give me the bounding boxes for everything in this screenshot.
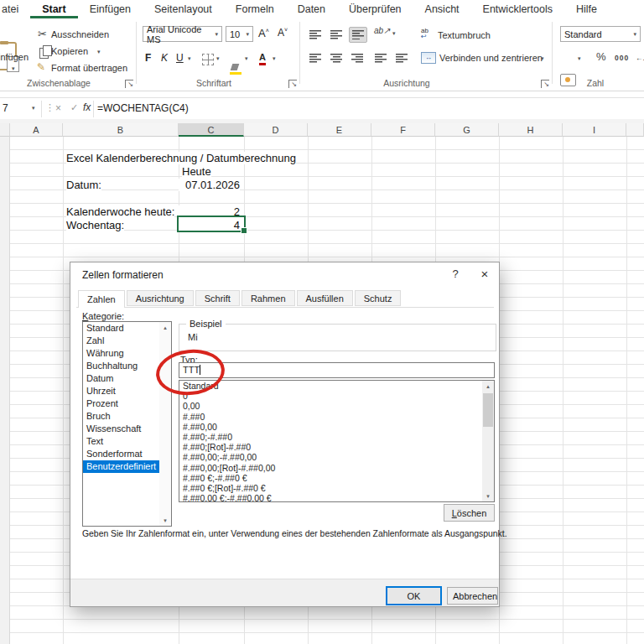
formula-cancel-icon[interactable]: × (55, 102, 61, 114)
formula-enter-icon[interactable]: ✓ (70, 102, 78, 113)
wrap-text-icon[interactable]: ab ↩ (421, 28, 434, 39)
type-input[interactable]: TTT (179, 362, 495, 378)
dialog-tab-schutz[interactable]: Schutz (355, 290, 402, 306)
font-color-chevron-icon[interactable]: ▾ (273, 55, 276, 62)
tab-formeln[interactable]: Formeln (224, 0, 286, 18)
cancel-button[interactable]: Abbrechen (447, 587, 498, 605)
tab-ueberpruefen[interactable]: Überprüfen (337, 0, 413, 18)
align-top-button[interactable] (307, 28, 324, 41)
merge-center-button[interactable]: Verbinden und zentrieren (439, 53, 543, 63)
column-header-i[interactable]: I (563, 123, 626, 137)
scissors-icon[interactable]: ✂ (38, 28, 47, 40)
category-item[interactable]: Zahl (83, 335, 171, 347)
name-box-chevron-icon[interactable]: ▾ (32, 105, 35, 112)
align-middle-button[interactable] (328, 28, 345, 41)
column-header-e[interactable]: E (308, 123, 371, 137)
column-header-d[interactable]: D (244, 123, 308, 137)
cell-b6-kw-label[interactable]: Kalenderwoche heute: (66, 205, 174, 218)
format-item[interactable]: 0,00 (179, 401, 494, 411)
orientation-icon[interactable]: ab↗ (374, 26, 391, 35)
formula-input[interactable]: =WOCHENTAG(C4) (97, 102, 189, 114)
format-listbox[interactable]: Standard 0 0,00 #.##0 #.##0,00 #.##0;-#.… (179, 380, 495, 502)
align-bottom-button[interactable] (349, 27, 367, 43)
increase-decimal-icon[interactable]: ←.0 (636, 54, 644, 62)
tab-ansicht[interactable]: Ansicht (413, 0, 471, 18)
fill-handle[interactable] (241, 227, 247, 234)
copy-chevron-icon[interactable]: ▾ (97, 49, 101, 55)
dialog-tab-rahmen[interactable]: Rahmen (242, 290, 295, 306)
column-header-h[interactable]: H (499, 123, 563, 137)
column-header-partial[interactable] (626, 123, 644, 137)
tab-datei[interactable]: atei (0, 0, 30, 18)
dialog-tab-schrift[interactable]: Schrift (195, 290, 240, 306)
column-header-g[interactable]: G (435, 123, 499, 137)
bold-button[interactable]: F (145, 52, 151, 64)
format-item[interactable]: #.##0,00;[Rot]-#.##0,00 (179, 463, 494, 473)
category-item[interactable]: Sonderformat (83, 448, 171, 460)
align-center-button[interactable] (328, 51, 345, 65)
category-item-selected[interactable]: Benutzerdefiniert (83, 460, 171, 473)
category-scrollbar[interactable]: ▴ ▾ (159, 322, 171, 526)
comma-style-icon[interactable]: 000 (615, 54, 629, 62)
format-item[interactable]: Standard (179, 381, 494, 391)
cut-button[interactable]: Ausschneiden (51, 29, 109, 39)
format-item[interactable]: #.##0,00 (179, 422, 494, 432)
italic-button[interactable]: K (161, 52, 168, 64)
accounting-chevron-icon[interactable]: ▾ (578, 55, 581, 62)
align-left-button[interactable] (307, 51, 324, 65)
category-listbox[interactable]: Standard Zahl Währung Buchhaltung Datum … (82, 321, 172, 527)
increase-indent-icon[interactable] (393, 51, 410, 65)
format-painter-button[interactable]: Format übertragen (51, 63, 127, 73)
wrap-text-button[interactable]: Textumbruch (438, 30, 491, 40)
format-item[interactable]: #.##0,00 €;-#.##0,00 € (179, 493, 494, 502)
cell-b4-datum-label[interactable]: Datum: (66, 179, 101, 191)
scroll-up-icon[interactable]: ▴ (482, 381, 494, 392)
align-right-button[interactable] (349, 51, 366, 65)
scroll-up-icon[interactable]: ▴ (159, 322, 171, 333)
clipboard-dialog-launcher-icon[interactable]: ↘ (125, 80, 133, 88)
copy-icon[interactable] (39, 48, 49, 59)
format-scrollbar[interactable]: ▴ ▾ (482, 381, 494, 501)
format-item[interactable]: #.##0,00;-#.##0,00 (179, 452, 494, 462)
dialog-tab-ausfuellen[interactable]: Ausfüllen (297, 290, 353, 306)
underline-chevron-icon[interactable]: ▾ (188, 55, 191, 62)
dialog-help-button[interactable]: ? (441, 262, 470, 286)
tab-hilfe[interactable]: Hilfe (564, 0, 609, 18)
dialog-tab-zahlen[interactable]: Zahlen (78, 290, 125, 308)
format-painter-icon[interactable]: ✎ (37, 61, 45, 73)
cell-b2-title[interactable]: Excel Kalenderberechnung / Datumberechnu… (66, 152, 296, 164)
scroll-down-icon[interactable]: ▾ (482, 491, 494, 501)
column-header-f[interactable]: F (371, 123, 435, 137)
fill-color-chevron-icon[interactable]: ▾ (245, 55, 248, 62)
cell-b7-wt-label[interactable]: Wochentag: (66, 219, 124, 231)
orientation-chevron-icon[interactable]: ▾ (392, 30, 396, 37)
font-size-combo[interactable]: 10 ▾ (226, 26, 253, 42)
category-item[interactable]: Wissenschaft (83, 423, 171, 435)
category-item[interactable]: Text (83, 435, 171, 448)
category-item[interactable]: Standard (83, 322, 171, 335)
font-name-combo[interactable]: Arial Unicode MS ▾ (143, 26, 222, 42)
scroll-down-icon[interactable]: ▾ (159, 515, 171, 526)
format-item[interactable]: 0 (179, 391, 494, 401)
delete-format-button[interactable]: Löschen (444, 504, 495, 522)
font-dialog-launcher-icon[interactable]: ↘ (288, 80, 297, 88)
dialog-close-icon[interactable]: × (470, 262, 499, 286)
fill-color-icon[interactable] (230, 64, 242, 75)
format-item[interactable]: #.##0 (179, 412, 494, 422)
increase-font-icon[interactable]: A˄ (258, 27, 269, 39)
tab-start[interactable]: Start (30, 0, 77, 18)
scrollbar-thumb[interactable] (483, 393, 493, 427)
column-header-a[interactable]: A (10, 123, 63, 137)
underline-button[interactable]: U (176, 52, 184, 64)
category-item[interactable]: Währung (83, 347, 171, 360)
cell-c4-datum-value[interactable]: 07.01.2026 (179, 179, 240, 191)
font-color-icon[interactable]: A (259, 53, 266, 65)
paste-chevron-icon[interactable]: ▾ (12, 65, 15, 72)
decrease-indent-icon[interactable] (372, 51, 389, 65)
ok-button[interactable]: OK (386, 586, 442, 605)
decrease-font-icon[interactable]: A˅ (278, 27, 288, 39)
cell-c3-heute[interactable]: Heute (182, 165, 211, 178)
number-format-combo[interactable]: Standard ▾ (560, 26, 641, 42)
category-item[interactable]: Uhrzeit (83, 385, 171, 397)
merge-center-chevron-icon[interactable]: ▾ (541, 55, 544, 62)
